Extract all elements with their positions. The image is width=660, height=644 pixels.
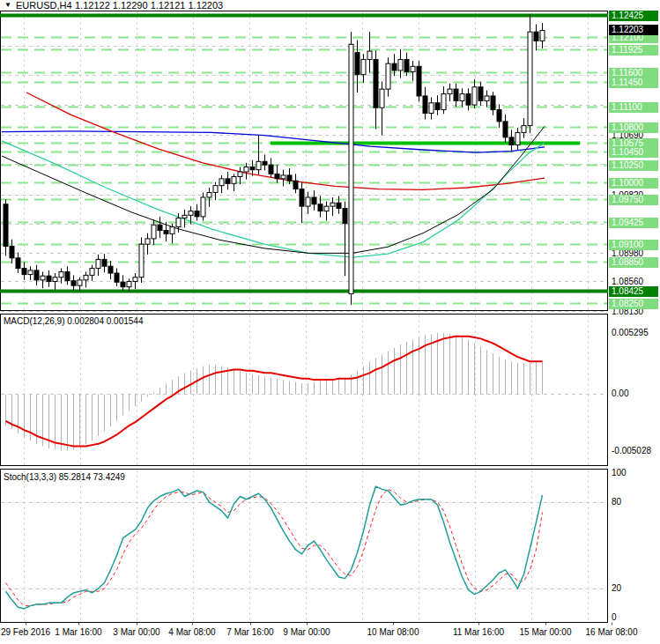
title-bar: ▼ EURUSD,H4 1.12122 1.12290 1.12121 1.12… [0, 0, 608, 11]
symbol-dropdown-icon[interactable]: ▼ [4, 0, 11, 11]
macd-indicator-label: MACD(12,26,9) 0.002804 0.001544 [4, 316, 143, 326]
stoch-indicator-label: Stoch(13,3,3) 85.2814 73.4249 [4, 472, 125, 482]
price-axis-area[interactable] [609, 0, 660, 625]
chart-window: ▼ EURUSD,H4 1.12122 1.12290 1.12121 1.12… [0, 0, 660, 644]
title-symbol: EURUSD,H4 [16, 0, 72, 11]
time-axis-area[interactable] [0, 624, 660, 644]
title-quotes: 1.12122 1.12290 1.12121 1.12203 [75, 0, 223, 11]
